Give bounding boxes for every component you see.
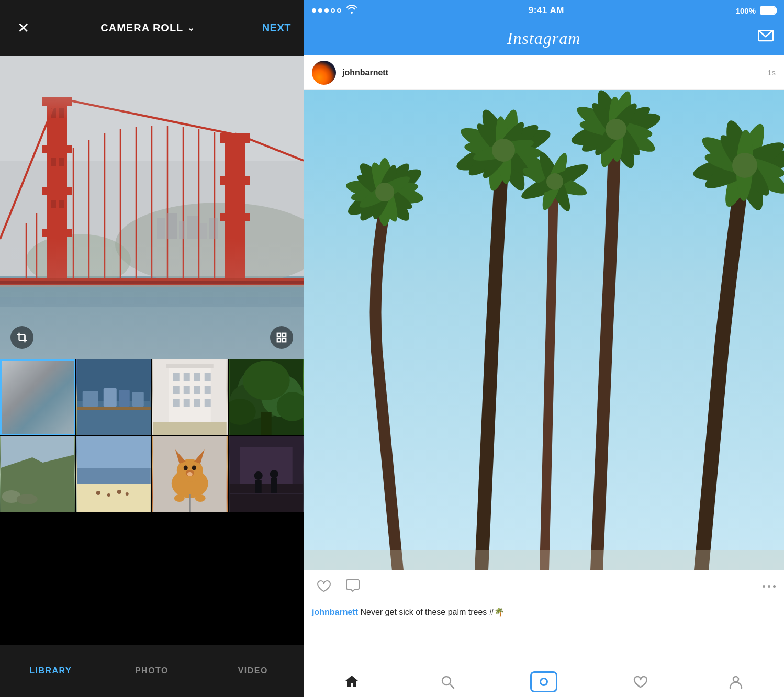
- svg-rect-47: [277, 333, 281, 336]
- post-time: 1s: [767, 68, 776, 77]
- svg-point-104: [174, 494, 185, 502]
- signal-dot-2: [318, 8, 322, 13]
- svg-rect-60: [166, 364, 214, 368]
- svg-rect-67: [194, 386, 200, 394]
- inbox-button[interactable]: [758, 30, 774, 47]
- svg-rect-4: [0, 297, 304, 307]
- svg-rect-41: [157, 218, 165, 239]
- photo-tab[interactable]: PHOTO: [101, 645, 202, 697]
- instagram-logo: Instagram: [507, 29, 581, 48]
- svg-rect-9: [42, 145, 72, 153]
- more-dot-1: [763, 585, 765, 588]
- svg-point-99: [184, 466, 188, 470]
- svg-rect-48: [283, 333, 286, 336]
- activity-nav-button[interactable]: [592, 666, 688, 697]
- battery-icon: [760, 6, 776, 15]
- camera-nav-button[interactable]: [496, 666, 592, 697]
- bottom-nav: [304, 666, 784, 697]
- svg-point-78: [242, 361, 289, 400]
- library-tab[interactable]: LIBRARY: [0, 645, 101, 697]
- svg-rect-68: [205, 386, 211, 394]
- svg-point-156: [732, 153, 757, 178]
- svg-rect-55: [119, 390, 129, 407]
- more-button[interactable]: [763, 585, 776, 588]
- thumbnail-6[interactable]: [152, 436, 228, 512]
- battery-fill: [761, 7, 775, 14]
- crop-button[interactable]: [10, 326, 33, 349]
- status-time: 9:41 AM: [529, 5, 564, 16]
- battery-percent: 100%: [736, 6, 756, 15]
- svg-rect-107: [229, 484, 303, 512]
- more-dot-2: [768, 585, 770, 588]
- svg-rect-21: [220, 213, 250, 221]
- user-avatar[interactable]: [312, 61, 336, 85]
- camera-nav-inner: [540, 678, 548, 686]
- svg-point-100: [192, 466, 196, 470]
- svg-rect-70: [184, 399, 190, 407]
- svg-rect-43: [179, 221, 185, 239]
- thumbnail-1[interactable]: [76, 359, 152, 435]
- status-right: 100%: [736, 6, 776, 15]
- close-button[interactable]: ✕: [13, 18, 33, 39]
- chevron-down-icon: ⌄: [187, 23, 195, 33]
- svg-rect-54: [103, 388, 116, 407]
- svg-point-109: [254, 471, 262, 480]
- svg-rect-88: [77, 468, 150, 484]
- svg-rect-3: [0, 286, 304, 297]
- caption-username[interactable]: johnbarnett: [312, 608, 358, 616]
- svg-rect-20: [220, 176, 250, 185]
- comment-button[interactable]: [341, 575, 364, 598]
- bridge-image: [0, 56, 304, 359]
- svg-point-126: [375, 183, 394, 201]
- svg-rect-46: [209, 218, 218, 239]
- instagram-header: Instagram: [304, 21, 784, 55]
- svg-rect-53: [82, 391, 98, 407]
- thumbnail-7[interactable]: [229, 436, 304, 512]
- home-nav-button[interactable]: [304, 666, 400, 697]
- svg-rect-65: [173, 386, 180, 394]
- camera-nav-wrap: [530, 671, 557, 692]
- search-nav-button[interactable]: [400, 666, 496, 697]
- svg-point-86: [17, 494, 38, 504]
- thumbnail-4[interactable]: [0, 436, 75, 512]
- status-bar: 9:41 AM 100%: [304, 0, 784, 21]
- svg-rect-17: [59, 200, 64, 208]
- svg-point-166: [733, 677, 738, 682]
- signal-dot-1: [312, 8, 316, 13]
- thumbnail-0[interactable]: [0, 359, 75, 435]
- svg-rect-71: [194, 399, 200, 407]
- next-button[interactable]: NEXT: [262, 22, 291, 34]
- signal-dot-5: [337, 8, 341, 13]
- grid-button[interactable]: [270, 326, 293, 349]
- profile-nav-button[interactable]: [688, 666, 784, 697]
- thumbnail-5[interactable]: [76, 436, 152, 512]
- svg-rect-15: [59, 158, 64, 166]
- thumbnail-2[interactable]: [152, 359, 228, 435]
- thumbnail-3[interactable]: [229, 359, 304, 435]
- status-left: [312, 5, 357, 16]
- svg-rect-73: [153, 422, 227, 435]
- svg-rect-64: [205, 373, 211, 381]
- post-actions: [304, 570, 784, 602]
- post-username[interactable]: johnbarnett: [342, 68, 767, 77]
- svg-rect-49: [277, 339, 281, 342]
- signal-dot-3: [324, 8, 329, 13]
- video-tab[interactable]: VIDEO: [203, 645, 304, 697]
- svg-point-91: [107, 493, 110, 497]
- svg-rect-39: [0, 285, 304, 287]
- camera-roll-header: ✕ CAMERA ROLL ⌄ NEXT: [0, 0, 304, 56]
- camera-roll-title: CAMERA ROLL ⌄: [100, 22, 195, 34]
- wifi-icon: [346, 5, 357, 16]
- svg-rect-14: [51, 158, 56, 166]
- svg-rect-40: [0, 56, 304, 119]
- svg-rect-163: [304, 550, 784, 570]
- camera-roll-panel: ✕ CAMERA ROLL ⌄ NEXT: [0, 0, 304, 697]
- svg-point-102: [187, 472, 193, 476]
- svg-point-92: [117, 490, 121, 494]
- svg-rect-66: [184, 386, 190, 394]
- like-button[interactable]: [312, 575, 335, 598]
- svg-rect-89: [77, 484, 150, 512]
- post-user-bar: johnbarnett 1s: [304, 55, 784, 90]
- caption-text: Never get sick of these palm trees #🌴: [360, 608, 504, 616]
- svg-rect-110: [255, 480, 261, 493]
